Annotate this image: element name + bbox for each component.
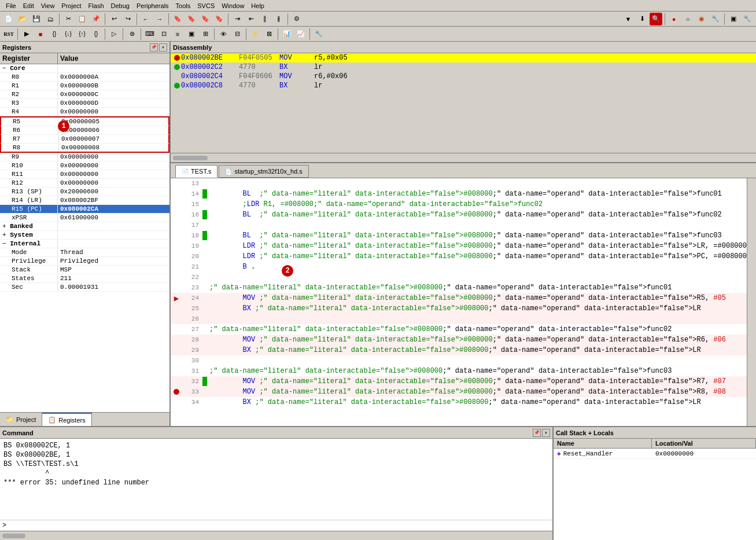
disasm-row[interactable]: 0x080002C24770BXlr — [171, 63, 756, 72]
coverage-button[interactable]: ⊠ — [263, 28, 275, 41]
redo-button[interactable]: ↪ — [121, 13, 134, 25]
code-line[interactable]: 26 — [171, 314, 747, 324]
target-select-button[interactable]: ▼ — [622, 13, 635, 25]
code-line[interactable]: 34 BX ;" data-name="literal" data-intera… — [171, 397, 747, 407]
disasm-row[interactable]: 0x080002C4F04F0606MOVr6,#0x06 — [171, 72, 756, 81]
cmd-hscroll-thumb[interactable] — [2, 534, 25, 538]
code-line[interactable]: 18 BL ;" data-name="literal" data-intera… — [171, 230, 747, 241]
registers-tab[interactable]: 📋 Registers — [42, 413, 91, 426]
code-line[interactable]: 29 BX ;" data-name="literal" data-intera… — [171, 345, 747, 355]
cmd-close-button[interactable]: ✕ — [542, 429, 550, 437]
uncomment-button[interactable]: ∦ — [272, 13, 285, 25]
debug-settings-button[interactable]: 🔧 — [312, 28, 325, 41]
code-line[interactable]: 30 — [171, 355, 747, 366]
bp-circle-button[interactable]: ◉ — [695, 13, 708, 25]
panel-pin-button[interactable]: 📌 — [150, 43, 158, 52]
tools-btn2[interactable]: 🔧 — [741, 13, 754, 25]
run-to-cursor-button[interactable]: ▷ — [108, 28, 120, 41]
menu-edit[interactable]: Edit — [20, 1, 38, 10]
run-button[interactable]: ▶ — [20, 28, 33, 41]
code-line[interactable]: 22 — [171, 272, 747, 282]
show-next-button[interactable]: ⊛ — [126, 28, 138, 41]
menu-flash[interactable]: Flash — [85, 1, 108, 10]
code-vscroll[interactable] — [747, 178, 756, 426]
code-line[interactable]: 16 BL ;" data-name="literal" data-intera… — [171, 210, 747, 220]
new-file-button[interactable]: 📄 — [2, 13, 15, 25]
code-line[interactable]: 25 BX ;" data-name="literal" data-intera… — [171, 303, 747, 314]
reg-row[interactable]: − Internal — [0, 240, 169, 248]
menu-debug[interactable]: Debug — [108, 1, 133, 10]
cut-button[interactable]: ✂ — [62, 13, 75, 25]
indent-button[interactable]: ⇥ — [231, 13, 244, 25]
code-line[interactable]: 13 — [171, 178, 747, 189]
code-line[interactable]: ▶24 MOV ;" data-name="literal" data-inte… — [171, 293, 747, 303]
menu-peripherals[interactable]: Peripherals — [133, 1, 172, 10]
hscroll-thumb[interactable] — [173, 156, 208, 160]
comment-button[interactable]: ∥ — [259, 13, 271, 25]
perf-analyze-button[interactable]: 📈 — [294, 28, 307, 41]
editor-tab-tests[interactable]: 📄 TEST.s — [175, 165, 217, 178]
reg-row[interactable]: − Core — [0, 64, 169, 73]
bookmark-prev-button[interactable]: 🔖 — [185, 13, 198, 25]
step-out-button[interactable]: {↑} — [76, 28, 88, 41]
code-line[interactable]: 33 MOV ;" data-name="literal" data-inter… — [171, 387, 747, 397]
cmd-pin-button[interactable]: 📌 — [533, 429, 541, 437]
bookmark-list-button[interactable]: 🔖 — [213, 13, 226, 25]
registers-window-button[interactable]: ▣ — [185, 28, 198, 41]
disasm-row[interactable]: 0x080002BEF04F0505MOVr5,#0x05 — [171, 53, 756, 63]
open-file-button[interactable]: 📂 — [16, 13, 29, 25]
bookmark-add-button[interactable]: 🔖 — [171, 13, 184, 25]
project-tab[interactable]: 📁 Project — [0, 413, 42, 426]
panel-close-button[interactable]: ✕ — [159, 43, 167, 52]
reg-row[interactable]: + System — [0, 231, 169, 240]
menu-file[interactable]: File — [2, 1, 20, 10]
step-over-button[interactable]: {} — [48, 28, 61, 41]
line-bp-area[interactable]: ▶ — [171, 293, 182, 303]
forward-button[interactable]: → — [153, 13, 166, 25]
logic-analyze-button[interactable]: 📊 — [281, 28, 293, 41]
save-all-button[interactable]: 🗂 — [44, 13, 57, 25]
paste-button[interactable]: 📌 — [90, 13, 102, 25]
code-line[interactable]: 31;" data-name="literal" data-interactab… — [171, 366, 747, 376]
options-button[interactable]: 🔧 — [709, 13, 722, 25]
command-hscroll[interactable] — [0, 531, 552, 540]
editor-tab-startup[interactable]: 📄 startup_stm32f10x_hd.s — [219, 165, 308, 178]
code-line[interactable]: 17 — [171, 220, 747, 230]
code-line[interactable]: 23;" data-name="literal" data-interactab… — [171, 282, 747, 293]
code-line[interactable]: 14 BL ;" data-name="literal" data-intera… — [171, 189, 747, 199]
code-line[interactable]: 20 LDR ;" data-name="literal" data-inter… — [171, 251, 747, 262]
back-button[interactable]: ← — [139, 13, 152, 25]
trace-button[interactable]: ⚡ — [249, 28, 261, 41]
run-circle-button[interactable]: ● — [668, 13, 680, 25]
menu-svcs[interactable]: SVCS — [194, 1, 218, 10]
menu-tools[interactable]: Tools — [172, 1, 194, 10]
menu-help[interactable]: Help — [248, 1, 268, 10]
more-windows-button[interactable]: ⊟ — [231, 28, 244, 41]
menu-window[interactable]: Window — [218, 1, 248, 10]
code-line[interactable]: 27;" data-name="literal" data-interactab… — [171, 324, 747, 335]
flash-download-button[interactable]: ⬇ — [636, 13, 648, 25]
code-line[interactable]: 32 MOV ;" data-name="literal" data-inter… — [171, 376, 747, 387]
search-button[interactable]: 🔍 — [650, 13, 662, 25]
window-btn[interactable]: ▣ — [727, 13, 740, 25]
command-window-button[interactable]: ⌨ — [143, 28, 156, 41]
build-button[interactable]: ⚙ — [290, 13, 303, 25]
disasm-window-button[interactable]: ⊡ — [157, 28, 170, 41]
disasm-row[interactable]: 0x080002C84770BXlr — [171, 81, 756, 90]
step-into-button[interactable]: {↓} — [62, 28, 75, 41]
menu-project[interactable]: Project — [58, 1, 84, 10]
step-instr-button[interactable]: {} — [90, 28, 102, 41]
symbols-button[interactable]: ≡ — [171, 28, 184, 41]
watch-button[interactable]: 👁 — [217, 28, 230, 41]
stop-debug-button[interactable]: ■ — [34, 28, 47, 41]
code-line[interactable]: 19 LDR ;" data-name="literal" data-inter… — [171, 241, 747, 251]
reset-button[interactable]: RST — [2, 28, 15, 41]
code-line[interactable]: 21 B . — [171, 262, 747, 272]
memory-button[interactable]: ⊞ — [199, 28, 212, 41]
disassembly-hscroll[interactable] — [171, 153, 756, 162]
undo-button[interactable]: ↩ — [108, 13, 120, 25]
save-button[interactable]: 💾 — [30, 13, 43, 25]
outdent-button[interactable]: ⇤ — [245, 13, 257, 25]
code-line[interactable]: 28 MOV ;" data-name="literal" data-inter… — [171, 335, 747, 345]
menu-view[interactable]: View — [38, 1, 58, 10]
